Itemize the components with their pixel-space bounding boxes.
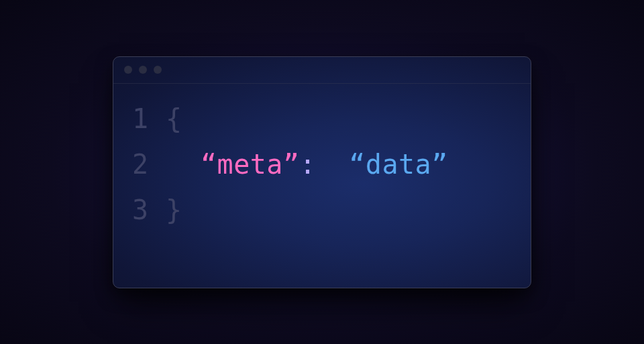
window-control-close[interactable] — [124, 66, 132, 74]
window-control-maximize[interactable] — [154, 66, 162, 74]
code-area: 1 { 2“meta”: “data” 3 } — [113, 84, 531, 245]
code-line-3: 3 } — [132, 187, 512, 233]
line-number: 3 — [132, 187, 166, 233]
brace-close: } — [166, 187, 182, 233]
code-line-2: 2“meta”: “data” — [132, 141, 512, 187]
json-colon: : — [300, 141, 317, 187]
code-line-1: 1 { — [132, 96, 512, 141]
brace-open: { — [166, 96, 182, 141]
code-window: 1 { 2“meta”: “data” 3 } — [113, 56, 531, 288]
json-value: “data” — [349, 141, 448, 187]
window-control-minimize[interactable] — [139, 66, 147, 74]
line-number: 2 — [132, 141, 166, 187]
json-key: “meta” — [201, 141, 300, 187]
line-number: 1 — [132, 96, 166, 141]
titlebar — [113, 57, 531, 84]
